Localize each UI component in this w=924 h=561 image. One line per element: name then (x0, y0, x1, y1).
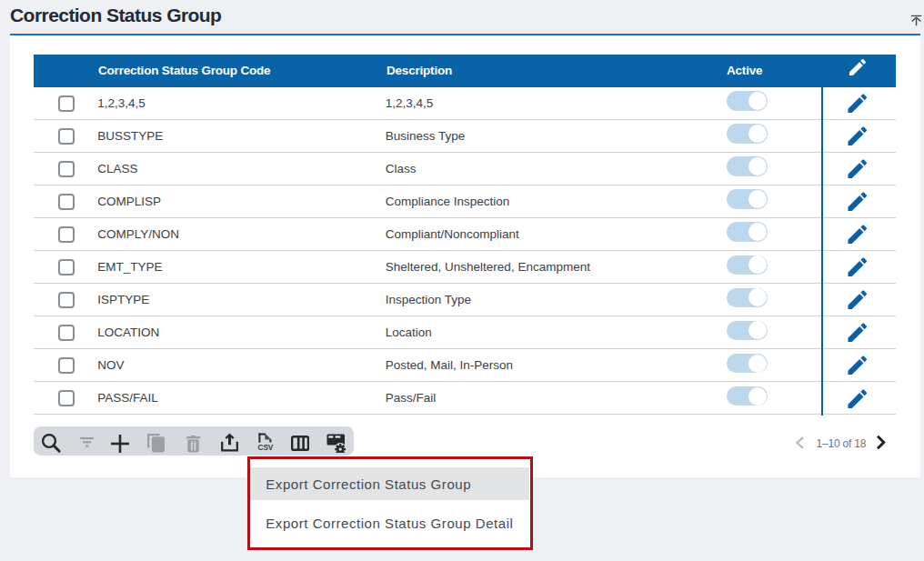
svg-text:CSV: CSV (258, 443, 274, 451)
